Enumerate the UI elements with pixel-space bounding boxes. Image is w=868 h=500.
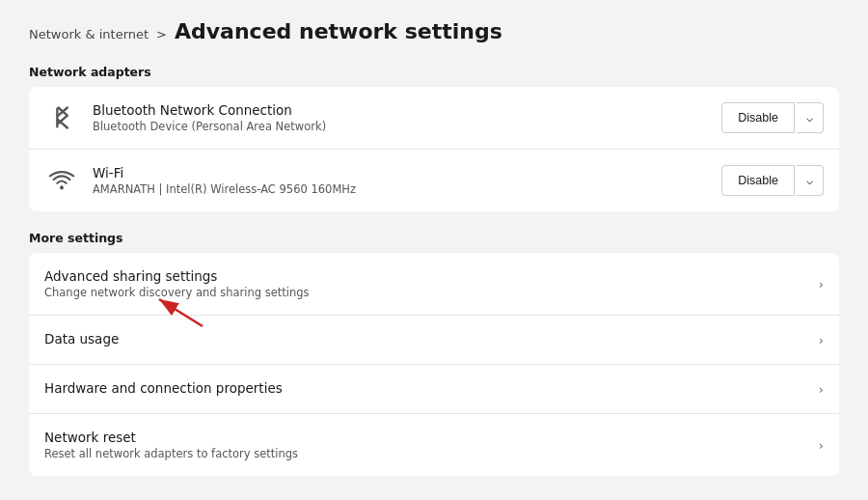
data-usage-title: Data usage — [44, 331, 819, 347]
wifi-icon — [44, 163, 79, 198]
bluetooth-chevron-button[interactable]: ⌵ — [797, 102, 824, 133]
bluetooth-icon — [44, 100, 79, 135]
network-adapters-list: Bluetooth Network Connection Bluetooth D… — [29, 87, 839, 211]
svg-point-3 — [60, 186, 64, 190]
network-adapters-label: Network adapters — [29, 65, 839, 79]
more-settings-list: Advanced sharing settings Change network… — [29, 253, 839, 476]
breadcrumb-separator: > — [156, 27, 167, 42]
adapter-bluetooth-name: Bluetooth Network Connection — [93, 102, 721, 118]
settings-item-network-reset[interactable]: Network reset Reset all network adapters… — [29, 414, 839, 476]
network-reset-subtitle: Reset all network adapters to factory se… — [44, 447, 819, 460]
adapter-wifi-name: Wi-Fi — [93, 165, 721, 181]
hardware-title: Hardware and connection properties — [44, 380, 819, 396]
breadcrumb-parent[interactable]: Network & internet — [29, 27, 149, 42]
advanced-sharing-subtitle: Change network discovery and sharing set… — [44, 286, 819, 299]
breadcrumb: Network & internet > Advanced network se… — [29, 19, 839, 43]
wifi-chevron-button[interactable]: ⌵ — [797, 165, 824, 196]
data-usage-chevron-icon: › — [819, 333, 824, 347]
wifi-disable-button[interactable]: Disable — [721, 165, 795, 196]
adapter-bluetooth-desc: Bluetooth Device (Personal Area Network) — [93, 120, 721, 133]
svg-rect-2 — [56, 108, 58, 128]
adapter-item-bluetooth: Bluetooth Network Connection Bluetooth D… — [29, 87, 839, 150]
hardware-chevron-icon: › — [819, 382, 824, 397]
bluetooth-disable-button[interactable]: Disable — [721, 102, 795, 133]
advanced-sharing-title: Advanced sharing settings — [44, 268, 819, 284]
settings-item-hardware[interactable]: Hardware and connection properties › — [29, 365, 839, 414]
adapter-item-wifi: Wi-Fi AMARNATH | Intel(R) Wireless-AC 95… — [29, 150, 839, 211]
network-reset-title: Network reset — [44, 430, 819, 445]
page-title: Advanced network settings — [175, 19, 502, 43]
network-reset-chevron-icon: › — [819, 438, 824, 453]
more-settings-label: More settings — [29, 231, 839, 245]
settings-item-data-usage[interactable]: Data usage › — [29, 316, 839, 365]
adapter-wifi-desc: AMARNATH | Intel(R) Wireless-AC 9560 160… — [93, 182, 721, 196]
advanced-sharing-chevron-icon: › — [819, 277, 824, 292]
settings-item-advanced-sharing[interactable]: Advanced sharing settings Change network… — [29, 253, 839, 316]
